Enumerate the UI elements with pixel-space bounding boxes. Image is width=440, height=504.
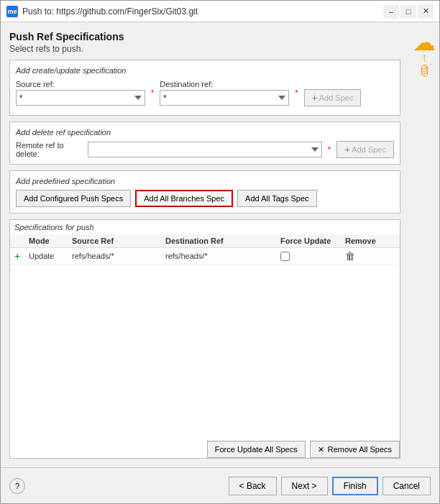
content-area: Push Ref Specifications Select refs to p… <box>1 22 439 467</box>
maximize-button[interactable]: □ <box>400 4 416 19</box>
title-bar: me Push to: https://github.com/FingerSix… <box>1 1 439 22</box>
side-panel: ☁ ↑ 🛢 <box>409 22 439 467</box>
close-button[interactable]: ✕ <box>418 4 434 19</box>
specs-table: Mode Source Ref Destination Ref Force Up… <box>10 234 400 336</box>
col-source: Source Ref <box>72 237 165 245</box>
row-dest: refs/heads/* <box>165 252 280 260</box>
row-force-update <box>280 252 345 261</box>
minimize-button[interactable]: – <box>383 4 399 19</box>
specs-section: Specifications for push Mode Source Ref … <box>9 219 400 459</box>
remove-all-button[interactable]: ✕ Remove All Specs <box>310 441 400 458</box>
specs-table-header: Mode Source Ref Destination Ref Force Up… <box>10 234 400 248</box>
window-controls: – □ ✕ <box>383 4 434 19</box>
source-ref-select[interactable]: * <box>16 90 145 106</box>
force-update-checkbox[interactable] <box>280 252 290 261</box>
source-label: Source ref: <box>16 80 145 88</box>
finish-button[interactable]: Finish <box>332 477 378 495</box>
specs-section-title: Specifications for push <box>10 220 400 234</box>
main-panel: Push Ref Specifications Select refs to p… <box>1 22 409 467</box>
add-configured-push-specs-button[interactable]: Add Configured Push Specs <box>16 190 131 207</box>
create-update-title: Add create/update specification <box>16 66 394 75</box>
predefined-buttons: Add Configured Push Specs Add All Branch… <box>16 190 394 207</box>
cylinder-icon: 🛢 <box>413 64 436 79</box>
plus-icon: + <box>14 250 20 262</box>
predefined-title: Add predefined specification <box>16 177 394 185</box>
force-update-all-button[interactable]: Force Update All Specs <box>207 441 306 458</box>
footer: ? < Back Next > Finish Cancel <box>1 467 439 503</box>
dest-label: Destination ref: <box>160 80 289 88</box>
delete-add-spec-icon: + <box>344 144 350 155</box>
help-button[interactable]: ? <box>9 478 25 494</box>
remote-ref-select[interactable] <box>88 142 322 157</box>
source-group: Source ref: * <box>16 80 145 106</box>
create-update-form: Source ref: * * Destination ref: * * <box>16 79 394 106</box>
add-all-branches-spec-button[interactable]: Add All Branches Spec <box>135 190 233 207</box>
create-update-section: Add create/update specification Source r… <box>9 60 400 116</box>
remove-all-icon: ✕ <box>318 445 324 454</box>
window-title: Push to: https://github.com/FingerSix/Gi… <box>22 6 383 17</box>
predefined-section: Add predefined specification Add Configu… <box>9 170 400 214</box>
create-add-spec-icon: + <box>312 92 318 104</box>
bottom-buttons: Force Update All Specs ✕ Remove All Spec… <box>10 441 400 458</box>
add-all-tags-spec-button[interactable]: Add All Tags Spec <box>237 190 316 207</box>
row-remove: 🗑 <box>345 250 395 262</box>
dest-ref-select[interactable]: * <box>160 90 289 106</box>
create-add-spec-button[interactable]: + Add Spec <box>304 89 362 106</box>
col-mode: Mode <box>29 237 72 245</box>
delete-section: Add delete ref specification Remote ref … <box>9 122 400 165</box>
remote-label: Remote ref to delete: <box>16 141 82 158</box>
dest-required-mark: * <box>295 88 298 97</box>
next-button[interactable]: Next > <box>281 477 328 495</box>
remote-required-mark: * <box>328 145 331 154</box>
app-icon: me <box>6 6 18 17</box>
col-dest: Destination Ref <box>165 237 280 245</box>
footer-left: ? <box>9 478 25 494</box>
delete-row: Remote ref to delete: * + Add Spec <box>16 141 394 158</box>
col-remove: Remove <box>345 237 395 245</box>
col-empty <box>14 237 29 245</box>
cancel-button[interactable]: Cancel <box>382 477 431 495</box>
source-required-mark: * <box>151 88 154 97</box>
main-window: me Push to: https://github.com/FingerSix… <box>0 0 440 504</box>
row-icon: + <box>14 250 29 262</box>
delete-section-title: Add delete ref specification <box>16 128 394 137</box>
delete-add-spec-button[interactable]: + Add Spec <box>336 141 394 158</box>
footer-right: < Back Next > Finish Cancel <box>229 477 431 495</box>
table-row: + Update refs/heads/* refs/heads/* 🗑 <box>10 248 400 265</box>
row-source: refs/heads/* <box>72 252 165 260</box>
trash-icon[interactable]: 🗑 <box>345 250 355 262</box>
row-mode: Update <box>29 252 72 260</box>
page-subtitle: Select refs to push. <box>9 44 400 54</box>
cloud-decoration: ☁ ↑ 🛢 <box>413 31 436 79</box>
dest-group: Destination ref: * <box>160 80 289 106</box>
page-title: Push Ref Specifications <box>9 31 400 42</box>
back-button[interactable]: < Back <box>229 477 277 495</box>
col-force: Force Update <box>280 237 345 245</box>
page-header: Push Ref Specifications Select refs to p… <box>9 31 400 54</box>
